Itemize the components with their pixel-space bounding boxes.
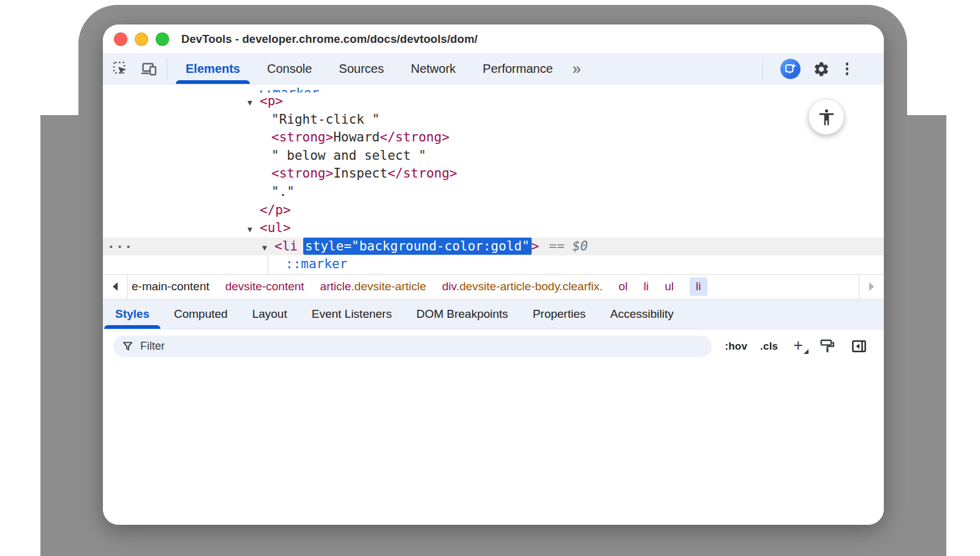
close-window-button[interactable] [114, 32, 127, 46]
dom-tag-token: </strong> [380, 130, 450, 145]
tab-network[interactable]: Network [398, 54, 469, 84]
indent-guide-line [268, 256, 268, 274]
filter-placeholder: Filter [140, 340, 165, 353]
sidebar-tab-layout[interactable]: Layout [240, 299, 300, 329]
element-classes-button[interactable]: .cls [760, 336, 778, 357]
chevron-right-icon [869, 282, 874, 291]
dom-tree-row[interactable]: ▼<p> [103, 92, 884, 111]
dom-tree-row[interactable]: ::marker [103, 85, 884, 92]
more-tabs-button[interactable]: » [567, 61, 587, 77]
collapse-arrow-icon[interactable]: ▼ [247, 94, 260, 112]
sidebar-tab-computed[interactable]: Computed [162, 299, 240, 329]
main-toolbar-tabs: ElementsConsoleSourcesNetworkPerformance [172, 54, 567, 84]
kebab-menu-icon [846, 62, 849, 66]
styles-filter-input[interactable]: Filter [113, 336, 712, 357]
screenshot-canvas: DevTools - developer.chrome.com/docs/dev… [0, 0, 980, 556]
devtools-window: DevTools - developer.chrome.com/docs/dev… [103, 24, 884, 525]
chevron-left-icon [113, 282, 118, 291]
breadcrumb-item[interactable]: li [690, 277, 707, 296]
main-menu-button[interactable] [842, 60, 852, 78]
dom-tag-token: <strong> [271, 166, 333, 181]
dom-text-token: Inspect [333, 166, 388, 181]
dom-tree-row[interactable]: " below and select " [103, 147, 884, 165]
sidebar-tab-styles[interactable]: Styles [103, 299, 162, 329]
dom-tag-token: <p> [260, 94, 283, 108]
plus-icon: + [793, 336, 803, 355]
dom-tree-row[interactable]: <strong>Howard</strong> [103, 129, 884, 147]
dom-eq-token: == [549, 239, 564, 254]
window-titlebar: DevTools - developer.chrome.com/docs/dev… [103, 24, 884, 54]
breadcrumb-item[interactable]: div.devsite-article-body.clearfix. [442, 280, 603, 293]
breadcrumb-scroll-left-button[interactable] [103, 275, 128, 299]
settings-button[interactable] [813, 61, 830, 78]
dom-tree-row[interactable]: "." [103, 183, 884, 201]
toolbar-divider [763, 59, 763, 80]
toggle-sidebar-button[interactable] [850, 336, 868, 357]
dom-tag-token: </p> [260, 203, 291, 217]
sidebar-tab-accessibility[interactable]: Accessibility [598, 299, 685, 329]
dropdown-corner-icon [804, 349, 809, 354]
sidebar-tab-properties[interactable]: Properties [521, 299, 598, 329]
sidebar-tab-dom-breakpoints[interactable]: DOM Breakpoints [404, 299, 521, 329]
dom-tree-row[interactable]: <strong>Inspect</strong> [103, 165, 884, 183]
breadcrumb-item[interactable]: e-main-content [132, 280, 209, 293]
tab-performance[interactable]: Performance [469, 54, 567, 84]
panel-left-toggle-icon [851, 338, 867, 355]
breadcrumb: e-main-contentdevsite-contentarticle.dev… [128, 275, 859, 299]
dom-pseudo-token: ::marker [257, 86, 319, 92]
toolbar-divider [167, 59, 167, 80]
breadcrumb-scroll-right-button[interactable] [859, 275, 884, 299]
sidebar-tabs: StylesComputedLayoutEvent ListenersDOM B… [103, 299, 884, 329]
tab-sources[interactable]: Sources [325, 54, 397, 84]
new-style-rule-button[interactable]: + [791, 336, 805, 356]
inspect-cursor-icon [113, 61, 129, 77]
ai-assistant-button[interactable] [780, 59, 801, 79]
dom-tag-token: <strong> [271, 130, 333, 145]
traffic-lights [114, 32, 169, 46]
dom-text-token: "Right-click " [271, 112, 380, 127]
sidebar-tab-event-listeners[interactable]: Event Listeners [300, 299, 404, 329]
funnel-icon [122, 340, 134, 352]
tab-elements[interactable]: Elements [172, 54, 254, 84]
dom-tree-row[interactable]: ▼<ul> [103, 219, 884, 238]
breadcrumb-item[interactable]: li [644, 280, 649, 293]
dom-tree-row[interactable]: "Right-click " [103, 111, 884, 129]
breadcrumb-item[interactable]: ol [619, 280, 628, 293]
row-actions-ellipsis[interactable]: ... [107, 235, 133, 254]
dom-sel-token: style="background-color:gold" [303, 238, 532, 255]
gear-icon [813, 61, 830, 78]
collapse-arrow-icon[interactable]: ▼ [247, 220, 260, 239]
dom-dollar-token: $0 [573, 239, 588, 254]
dom-tree: ::marker▼<p>"Right-click "<strong>Howard… [103, 85, 884, 274]
tab-console[interactable]: Console [254, 54, 325, 84]
device-toolbar-button[interactable] [138, 54, 159, 85]
accessibility-button[interactable] [809, 99, 844, 135]
dom-tag-token: <ul> [260, 220, 291, 235]
minimize-window-button[interactable] [135, 32, 148, 46]
dom-tree-row[interactable]: "Howard" [103, 274, 884, 274]
collapse-arrow-icon[interactable]: ▼ [262, 239, 274, 257]
window-title: DevTools - developer.chrome.com/docs/dev… [181, 32, 478, 46]
breadcrumb-item[interactable]: devsite-content [225, 280, 304, 293]
dom-pseudo-token: ::marker [285, 257, 347, 271]
rendering-emulation-button[interactable] [818, 336, 837, 357]
ai-assistant-icon [784, 62, 797, 75]
dom-text-token: "." [271, 184, 295, 199]
main-toolbar: ElementsConsoleSourcesNetworkPerformance… [103, 54, 884, 85]
breadcrumb-bar: e-main-contentdevsite-contentarticle.dev… [103, 274, 884, 299]
zoom-window-button[interactable] [156, 32, 169, 46]
dom-tree-row[interactable]: ...▼<listyle="background-color:gold">==$… [103, 238, 884, 256]
inspect-element-button[interactable] [110, 54, 131, 85]
styles-pane-toolbar: Filter :hov .cls + [103, 329, 884, 525]
dom-tag-token: > [532, 239, 540, 254]
dom-tag-token: </strong> [388, 166, 458, 181]
dom-text-token: Howard [333, 130, 380, 145]
breadcrumb-item[interactable]: ul [665, 280, 674, 293]
dom-text-token: " below and select " [271, 148, 426, 163]
device-toolbar-icon [140, 61, 157, 77]
dom-tree-row[interactable]: ::marker [103, 255, 884, 274]
dom-tree-row[interactable]: </p> [103, 201, 884, 220]
breadcrumb-item[interactable]: article.devsite-article [320, 280, 426, 293]
accessibility-person-icon [817, 108, 836, 127]
toggle-element-state-button[interactable]: :hov [725, 336, 747, 357]
